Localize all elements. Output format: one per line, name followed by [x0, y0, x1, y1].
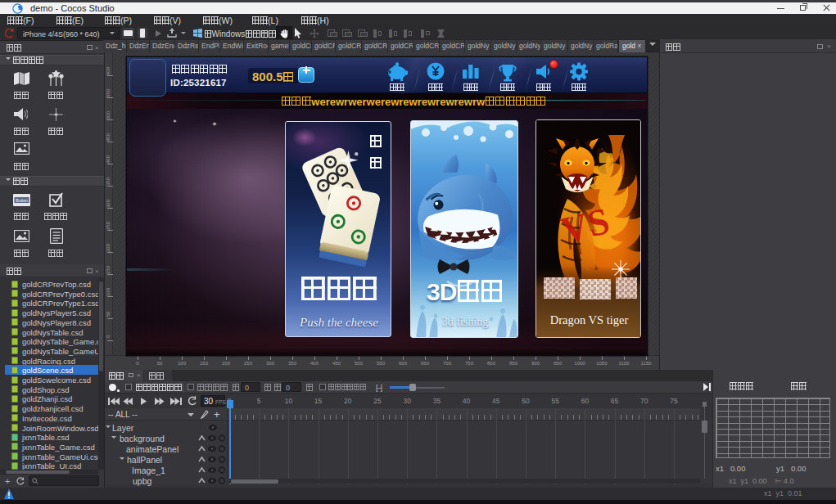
svg-text:Button: Button	[16, 198, 28, 203]
